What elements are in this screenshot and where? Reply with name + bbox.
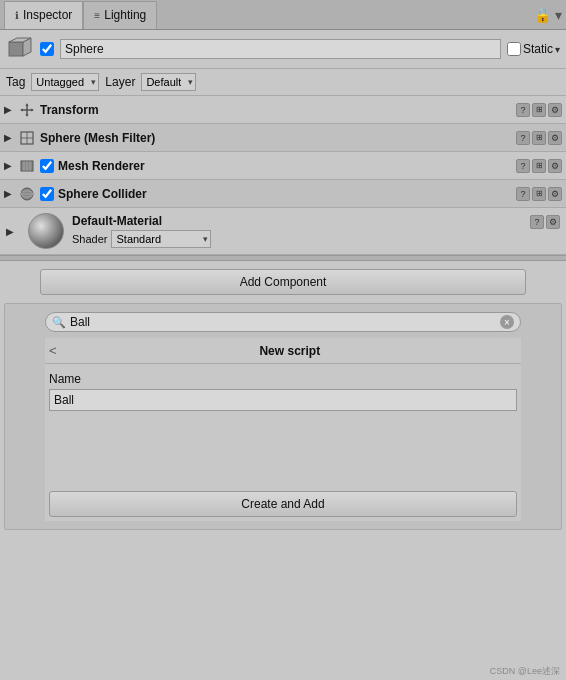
object-header: Static ▾ <box>0 30 566 69</box>
material-settings-icon[interactable]: ⚙ <box>546 215 560 229</box>
static-dropdown-arrow[interactable]: ▾ <box>555 44 560 55</box>
mesh-renderer-checkbox[interactable] <box>40 159 54 173</box>
script-name-input[interactable] <box>49 389 517 411</box>
component-list: ▶ Transform ? ⊞ ⚙ ▶ S <box>0 96 566 208</box>
svg-rect-0 <box>9 42 23 56</box>
component-mesh-filter-row: ▶ Sphere (Mesh Filter) ? ⊞ ⚙ <box>0 124 566 152</box>
add-component-panel: Add Component <box>0 261 566 303</box>
tab-bar-right: 🔒 ▾ <box>534 7 562 23</box>
mesh-filter-expand-arrow[interactable]: ▶ <box>4 132 18 143</box>
tag-select-wrapper: Untagged <box>31 73 99 91</box>
tag-select[interactable]: Untagged <box>31 73 99 91</box>
shader-select[interactable]: Standard <box>111 230 211 248</box>
object-active-checkbox[interactable] <box>40 42 54 56</box>
shader-label: Shader <box>72 233 107 245</box>
search-panel: 🔍 × < New script Name Create and Add <box>4 303 562 530</box>
name-field-label: Name <box>49 372 517 386</box>
shader-select-wrapper: Standard <box>111 230 211 248</box>
svg-marker-7 <box>26 114 29 117</box>
material-actions: ? ⚙ <box>530 215 560 229</box>
transform-settings-icon[interactable]: ⚙ <box>548 103 562 117</box>
mesh-filter-help-icon[interactable]: ? <box>516 131 530 145</box>
inspector-tab-label: Inspector <box>23 8 72 22</box>
inspector-tab-icon: ℹ <box>15 10 19 21</box>
layer-select[interactable]: Default <box>141 73 196 91</box>
script-form: Name Create and Add <box>45 364 521 521</box>
create-and-add-button[interactable]: Create and Add <box>49 491 517 517</box>
mesh-renderer-settings-icon[interactable]: ⚙ <box>548 159 562 173</box>
static-container: Static ▾ <box>507 42 560 56</box>
search-icon: 🔍 <box>52 316 66 329</box>
back-arrow-icon: < <box>49 343 57 358</box>
sphere-collider-help-icon[interactable]: ? <box>516 187 530 201</box>
tag-label: Tag <box>6 75 25 89</box>
object-3d-icon <box>6 35 34 63</box>
material-name: Default-Material <box>72 214 162 228</box>
credit-text: CSDN @Lee述深 <box>490 665 560 678</box>
new-script-row[interactable]: < New script <box>45 338 521 364</box>
sphere-collider-checkbox[interactable] <box>40 187 54 201</box>
static-label: Static <box>523 42 553 56</box>
mesh-filter-icon <box>18 129 36 147</box>
svg-marker-8 <box>20 108 23 111</box>
material-info: Default-Material Shader Standard <box>72 214 522 248</box>
component-transform-row: ▶ Transform ? ⊞ ⚙ <box>0 96 566 124</box>
tab-menu-icon[interactable]: ▾ <box>555 7 562 23</box>
component-mesh-renderer-row: ▶ Mesh Renderer ? ⊞ ⚙ <box>0 152 566 180</box>
mesh-filter-layout-icon[interactable]: ⊞ <box>532 131 546 145</box>
lock-icon[interactable]: 🔒 <box>534 7 551 23</box>
mesh-renderer-name: Mesh Renderer <box>58 159 516 173</box>
mesh-renderer-expand-arrow[interactable]: ▶ <box>4 160 18 171</box>
svg-marker-5 <box>26 103 29 106</box>
mesh-filter-settings-icon[interactable]: ⚙ <box>548 131 562 145</box>
tab-lighting[interactable]: ≡ Lighting <box>83 1 157 29</box>
search-box: 🔍 × <box>45 312 521 332</box>
layer-label: Layer <box>105 75 135 89</box>
transform-help-icon[interactable]: ? <box>516 103 530 117</box>
sphere-collider-expand-arrow[interactable]: ▶ <box>4 188 18 199</box>
mesh-renderer-icon <box>18 157 36 175</box>
material-expand-arrow[interactable]: ▶ <box>6 226 20 237</box>
search-input[interactable] <box>70 315 496 329</box>
lighting-tab-label: Lighting <box>104 8 146 22</box>
layer-select-wrapper: Default <box>141 73 196 91</box>
material-preview <box>28 213 64 249</box>
material-row: ▶ Default-Material Shader Standard ? ⚙ <box>0 208 566 255</box>
script-form-spacer <box>49 411 517 491</box>
sphere-collider-icon <box>18 185 36 203</box>
sphere-collider-actions: ? ⊞ ⚙ <box>516 187 562 201</box>
sphere-collider-name: Sphere Collider <box>58 187 516 201</box>
transform-actions: ? ⊞ ⚙ <box>516 103 562 117</box>
sphere-collider-settings-icon[interactable]: ⚙ <box>548 187 562 201</box>
search-clear-button[interactable]: × <box>500 315 514 329</box>
tag-layer-row: Tag Untagged Layer Default <box>0 69 566 96</box>
shader-row: Shader Standard <box>72 230 522 248</box>
component-sphere-collider-row: ▶ Sphere Collider ? ⊞ ⚙ <box>0 180 566 208</box>
svg-marker-6 <box>31 108 34 111</box>
transform-layout-icon[interactable]: ⊞ <box>532 103 546 117</box>
tab-bar: ℹ Inspector ≡ Lighting 🔒 ▾ <box>0 0 566 30</box>
mesh-renderer-actions: ? ⊞ ⚙ <box>516 159 562 173</box>
new-script-label: New script <box>63 344 517 358</box>
transform-expand-arrow[interactable]: ▶ <box>4 104 18 115</box>
tab-bar-left: ℹ Inspector ≡ Lighting <box>4 1 157 29</box>
transform-name: Transform <box>40 103 516 117</box>
mesh-filter-name: Sphere (Mesh Filter) <box>40 131 516 145</box>
mesh-renderer-layout-icon[interactable]: ⊞ <box>532 159 546 173</box>
object-name-input[interactable] <box>60 39 501 59</box>
static-checkbox[interactable] <box>507 42 521 56</box>
mesh-filter-actions: ? ⊞ ⚙ <box>516 131 562 145</box>
tab-inspector[interactable]: ℹ Inspector <box>4 1 83 29</box>
transform-icon <box>18 101 36 119</box>
sphere-collider-layout-icon[interactable]: ⊞ <box>532 187 546 201</box>
add-component-button[interactable]: Add Component <box>40 269 526 295</box>
lighting-tab-icon: ≡ <box>94 10 100 21</box>
mesh-renderer-help-icon[interactable]: ? <box>516 159 530 173</box>
material-help-icon[interactable]: ? <box>530 215 544 229</box>
